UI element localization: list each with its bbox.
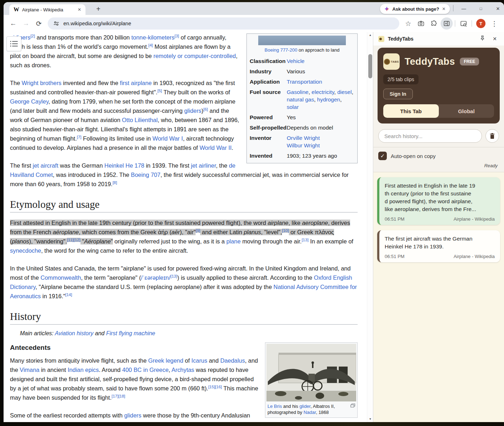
bookmark-star-icon[interactable]: ☆: [402, 17, 414, 30]
reference-link[interactable]: [7]: [77, 135, 82, 139]
extensions-icon[interactable]: [428, 17, 440, 30]
scroll-down-arrow[interactable]: ▼: [367, 417, 373, 421]
forward-button[interactable]: →: [20, 17, 32, 30]
auto-open-checkbox[interactable]: ✓: [378, 152, 387, 160]
maximize-button[interactable]: □: [478, 6, 484, 11]
reference-link[interactable]: [17]: [111, 394, 118, 398]
wiki-link[interactable]: plane: [226, 238, 240, 244]
wiki-link[interactable]: remotely or computer-controlled: [154, 53, 236, 59]
lebris-glider-image[interactable]: [266, 344, 356, 401]
browser-tab[interactable]: W Airplane - Wikipedia ✕: [9, 4, 85, 15]
wiki-link[interactable]: Daedalus: [220, 357, 245, 364]
wiki-link[interactable]: Otto Lilienthal: [122, 117, 157, 123]
wiki-link[interactable]: gliders: [124, 412, 141, 419]
tab-close-icon[interactable]: ✕: [76, 6, 83, 13]
reload-button[interactable]: ⟳: [33, 17, 45, 30]
wiki-link[interactable]: World War II: [199, 144, 232, 151]
reference-link[interactable]: [5]: [157, 89, 162, 93]
reference-link[interactable]: [8]: [113, 180, 117, 185]
reference-link[interactable]: [3]: [175, 34, 179, 38]
sidebar-search-icon[interactable]: [457, 17, 469, 30]
wiki-link[interactable]: /ˈɛərəpleɪn/: [141, 274, 171, 281]
wiki-link[interactable]: 400 BC in Greece: [122, 367, 168, 373]
screenshot-camera-icon[interactable]: [415, 17, 427, 30]
site-info-icon[interactable]: [53, 21, 59, 26]
search-input[interactable]: [378, 129, 482, 143]
wiki-link[interactable]: Greek legend: [148, 357, 183, 364]
reference-link[interactable]: [12]: [74, 238, 80, 242]
side-panel-icon[interactable]: [441, 17, 453, 30]
wiki-link[interactable]: Heinkel He 178: [104, 162, 144, 169]
wiki-link[interactable]: Orville Wright: [287, 135, 320, 141]
ask-close-icon[interactable]: ✕: [442, 6, 446, 11]
wiki-link[interactable]: Le Bris: [267, 404, 282, 409]
minimize-button[interactable]: —: [461, 6, 467, 11]
wiki-link[interactable]: Icarus: [191, 357, 207, 364]
wiki-link[interactable]: Wright brothers: [22, 80, 62, 86]
reference-link[interactable]: [4]: [149, 43, 153, 47]
wiki-link[interactable]: electricity: [312, 89, 334, 95]
wiki-link[interactable]: jet aircraft: [33, 162, 58, 169]
back-button[interactable]: ←: [7, 17, 19, 30]
wiki-link[interactable]: Gasoline: [287, 89, 308, 95]
wiki-link[interactable]: Vimana: [20, 367, 39, 373]
panel-close-icon[interactable]: ✕: [490, 36, 499, 42]
wiki-link[interactable]: George Cayley: [10, 98, 48, 105]
wiki-link[interactable]: solar: [287, 104, 299, 110]
tab-this-tab[interactable]: This Tab: [383, 104, 439, 118]
wiki-link[interactable]: hydrogen: [317, 96, 340, 102]
expand-image-icon[interactable]: [350, 404, 355, 407]
sign-in-button[interactable]: Sign In: [383, 89, 413, 99]
reference-link[interactable]: [16]: [215, 385, 222, 389]
wiki-link[interactable]: first airplane: [120, 80, 152, 86]
infobox-image[interactable]: [258, 36, 346, 45]
free-badge: FREE: [460, 58, 479, 65]
auto-open-label: Auto-open on copy: [391, 153, 436, 159]
wiki-link[interactable]: natural gas: [287, 96, 314, 102]
wiki-link[interactable]: glider: [300, 404, 311, 409]
pin-icon[interactable]: [478, 36, 487, 42]
wiki-link[interactable]: jet airliner: [191, 162, 216, 169]
reference-link[interactable]: [14]: [65, 293, 72, 297]
reference-link[interactable]: [11]: [67, 238, 73, 242]
wiki-link[interactable]: Vehicle: [287, 58, 305, 64]
wiki-link[interactable]: Abbas ibn Firnas: [78, 421, 121, 422]
tab-global[interactable]: Global: [439, 104, 494, 118]
clip-card[interactable]: The first jet aircraft was the German He…: [377, 230, 500, 262]
profile-avatar[interactable]: T: [476, 19, 485, 28]
page-scrollbar[interactable]: ▲ ▼: [367, 32, 373, 422]
wiki-link[interactable]: synecdoche: [10, 247, 41, 254]
reference-link[interactable]: [2]: [30, 34, 35, 38]
reference-link[interactable]: [6]: [203, 107, 208, 111]
wiki-link[interactable]: diesel: [337, 89, 352, 95]
wiki-link[interactable]: Boeing 707: [131, 172, 161, 178]
window-close-button[interactable]: ✕: [495, 6, 501, 11]
reference-link[interactable]: [18]: [118, 394, 125, 398]
reference-link[interactable]: [13]: [302, 238, 308, 242]
menu-kebab-icon[interactable]: ⋮: [488, 17, 500, 30]
reference-link[interactable]: [13]: [170, 274, 177, 278]
wiki-link[interactable]: Commonwealth: [41, 274, 81, 281]
wiki-link[interactable]: Nadar: [303, 410, 316, 415]
wiki-link[interactable]: tonne-kilometers: [131, 34, 175, 41]
clip-card[interactable]: First attested in English in the late 19…: [377, 177, 500, 225]
wiki-link[interactable]: gliders: [184, 107, 201, 114]
wiki-link[interactable]: Aviation history: [55, 330, 93, 336]
toc-button[interactable]: [6, 36, 21, 51]
reference-link[interactable]: [10]: [282, 228, 289, 233]
reference-link[interactable]: [15]: [208, 385, 215, 389]
wiki-link[interactable]: World War I: [152, 135, 183, 142]
wiki-link[interactable]: First flying machine: [106, 330, 155, 336]
wiki-link[interactable]: Indian epics: [68, 367, 99, 373]
wiki-link[interactable]: Wilbur Wright: [287, 142, 320, 148]
scrollbar-thumb[interactable]: [368, 54, 372, 78]
reference-link[interactable]: [9]: [196, 228, 200, 233]
new-tab-button[interactable]: +: [93, 4, 103, 14]
wiki-link[interactable]: Boeing 777-200: [265, 47, 297, 53]
scroll-up-arrow[interactable]: ▲: [367, 33, 373, 37]
ask-about-page-button[interactable]: Ask about this page? ✕: [380, 4, 450, 14]
wiki-link[interactable]: Archytas: [172, 367, 194, 373]
clear-history-button[interactable]: [485, 129, 499, 143]
address-bar[interactable]: en.wikipedia.org/wiki/Airplane: [48, 17, 399, 30]
wiki-link[interactable]: Transportation: [287, 79, 322, 85]
